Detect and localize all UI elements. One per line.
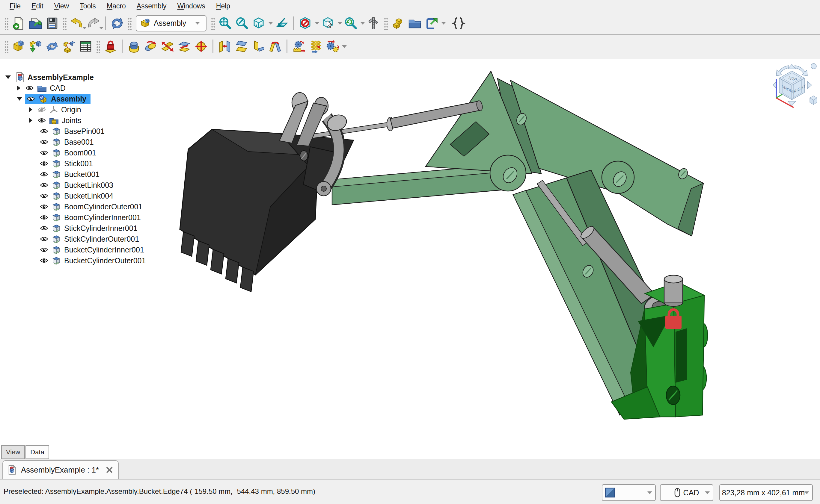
new-document-button[interactable] [10, 15, 27, 32]
view-zoom-button[interactable] [342, 15, 359, 32]
viewport[interactable]: TOP FRONT RIGHT AssemblyExample CAD [0, 58, 820, 459]
visibility-eye-icon[interactable] [40, 193, 48, 199]
toolbar-grip[interactable] [4, 17, 8, 30]
create-planar-joint-button[interactable] [176, 38, 193, 55]
link-dropdown[interactable] [441, 22, 446, 25]
create-part-button[interactable] [390, 15, 406, 32]
tree-item-bucketlink004[interactable]: BucketLink004 [40, 190, 113, 201]
tree-item-cad[interactable]: CAD [17, 83, 66, 93]
visibility-eye-icon[interactable] [40, 128, 48, 134]
toolbar-grip[interactable] [4, 40, 8, 53]
viewport-size-selector[interactable]: 823,28 mm x 402,61 mm [719, 484, 813, 501]
create-fixed-joint-button[interactable] [102, 38, 119, 55]
save-document-button[interactable] [44, 15, 60, 32]
create-group-button[interactable] [406, 15, 423, 32]
visibility-eye-icon[interactable] [38, 118, 46, 123]
navigation-style-selector[interactable]: CAD [660, 484, 713, 501]
menu-tools[interactable]: Tools [74, 1, 101, 11]
menu-help[interactable]: Help [211, 1, 236, 11]
document-tab-assemblyexample[interactable]: AssemblyExample : 1* [2, 460, 119, 479]
link-actions-button[interactable] [423, 15, 440, 32]
expand-arrow[interactable] [17, 97, 22, 101]
fit-selection-button[interactable] [234, 15, 250, 32]
create-assembly-button[interactable] [10, 38, 27, 55]
create-revolute-joint-button[interactable] [125, 38, 142, 55]
expand-arrow[interactable] [29, 107, 32, 112]
create-ball-joint-button[interactable] [193, 38, 210, 55]
expression-editor-button[interactable] [450, 15, 467, 32]
tree-item-bucketlink003[interactable]: BucketLink003 [40, 180, 113, 190]
create-parallel-joint-button[interactable] [233, 38, 250, 55]
tree-item-stickcylinderinner001[interactable]: StickCylinderInner001 [40, 223, 137, 234]
workbench-selector[interactable]: Assembly [136, 15, 207, 31]
tree-item-boomcylinderouter001[interactable]: BoomCylinderOuter001 [40, 201, 142, 212]
create-slider-joint-button[interactable] [159, 38, 176, 55]
menu-file[interactable]: File [4, 1, 26, 11]
tree-item-stick001[interactable]: Stick001 [40, 158, 93, 169]
tree-item-bucketcylinderouter001[interactable]: BucketCylinderOuter001 [40, 255, 146, 266]
create-cylindrical-joint-button[interactable] [142, 38, 159, 55]
close-icon[interactable] [105, 466, 113, 474]
visibility-eye-icon[interactable] [40, 247, 48, 252]
create-screw-joint-button[interactable] [307, 38, 324, 55]
box-element-selection-button[interactable] [320, 15, 336, 32]
toolbar-grip[interactable] [62, 17, 66, 30]
tab-view[interactable]: View [1, 445, 25, 459]
visibility-eye-icon[interactable] [40, 161, 48, 166]
tree-item-assembly[interactable]: Assembly [17, 93, 90, 104]
visibility-eye-icon[interactable] [40, 225, 48, 231]
tree-item-bucketcylinderinner001[interactable]: BucketCylinderInner001 [40, 244, 144, 255]
tree-item-boomcylinderinner001[interactable]: BoomCylinderInner001 [40, 212, 141, 223]
toolbar-grip[interactable] [211, 17, 215, 30]
tree-item-base001[interactable]: Base001 [40, 137, 94, 147]
tree-item-stickcylinderouter001[interactable]: StickCylinderOuter001 [40, 234, 139, 244]
undo-button[interactable] [68, 15, 85, 32]
fit-all-button[interactable] [217, 15, 234, 32]
create-distance-joint-button[interactable] [217, 38, 233, 55]
toggle-clipping-button[interactable] [297, 15, 314, 32]
view-dropdown[interactable] [268, 22, 273, 25]
tree-item-bucket001[interactable]: Bucket001 [40, 169, 99, 180]
measure-button[interactable] [365, 15, 382, 32]
align-to-selection-button[interactable] [273, 15, 290, 32]
visibility-eye-icon[interactable] [40, 182, 48, 188]
visibility-eye-icon[interactable] [27, 96, 35, 102]
isometric-view-button[interactable] [250, 15, 267, 32]
visibility-eye-icon[interactable] [40, 204, 48, 209]
clipping-dropdown[interactable] [315, 22, 320, 25]
visibility-eye-icon[interactable] [40, 150, 48, 155]
refresh-button[interactable] [109, 15, 125, 32]
visibility-eye-icon[interactable] [40, 236, 48, 242]
menu-view[interactable]: View [49, 1, 74, 11]
toolbar-grip[interactable] [96, 40, 100, 53]
visibility-eye-icon[interactable] [40, 139, 48, 145]
create-gears-joint-button[interactable] [324, 38, 341, 55]
expand-arrow[interactable] [17, 85, 20, 91]
tree-item-basepin001[interactable]: BasePin001 [40, 126, 105, 137]
visibility-eye-icon[interactable] [40, 172, 48, 177]
draw-style-selector[interactable] [602, 484, 656, 501]
toolbar-grip[interactable] [384, 17, 388, 30]
create-rack-pinion-joint-button[interactable] [291, 38, 307, 55]
visibility-eye-icon[interactable] [40, 215, 48, 220]
tree-item-assemblyexample[interactable]: AssemblyExample [5, 72, 94, 83]
visibility-eye-icon[interactable] [40, 258, 48, 263]
visibility-eye-icon[interactable] [26, 85, 34, 91]
create-perpendicular-joint-button[interactable] [250, 38, 267, 55]
expand-arrow[interactable] [29, 118, 32, 123]
redo-dropdown[interactable] [99, 27, 103, 29]
navigation-cube[interactable]: TOP FRONT RIGHT [765, 60, 819, 113]
exploded-view-button[interactable] [60, 38, 77, 55]
redo-button[interactable] [85, 15, 102, 32]
bill-of-materials-button[interactable] [77, 38, 94, 55]
toolbar-grip[interactable] [127, 17, 131, 30]
tree-item-joints[interactable]: Joints [29, 115, 81, 126]
create-angle-joint-button[interactable] [267, 38, 284, 55]
open-document-button[interactable] [27, 15, 44, 32]
insert-component-button[interactable] [27, 38, 44, 55]
tree-item-boom001[interactable]: Boom001 [40, 147, 96, 158]
view-zoom-dropdown[interactable] [360, 22, 365, 25]
gears-dropdown[interactable] [342, 45, 347, 48]
menu-edit[interactable]: Edit [26, 1, 49, 11]
menu-windows[interactable]: Windows [172, 1, 211, 11]
